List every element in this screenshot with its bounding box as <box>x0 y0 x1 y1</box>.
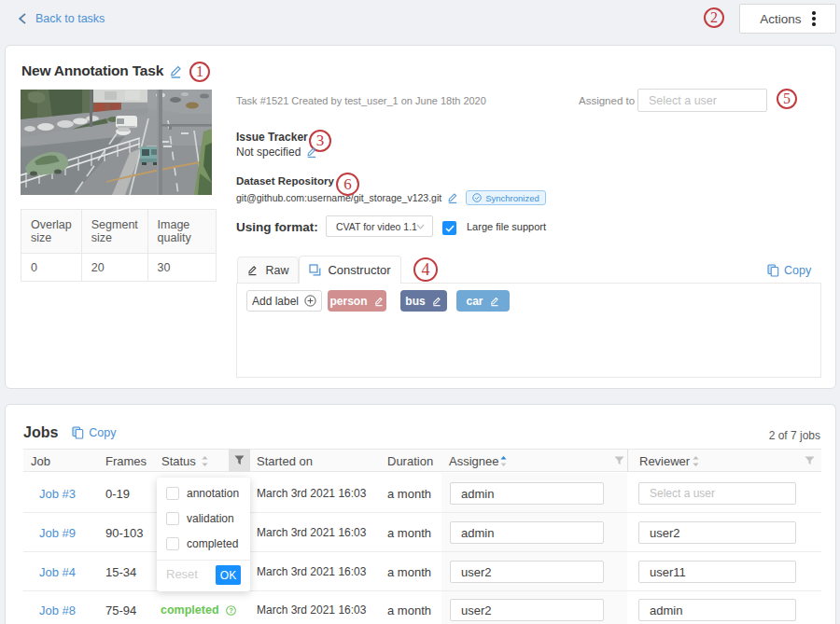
svg-text:?: ? <box>229 606 233 615</box>
